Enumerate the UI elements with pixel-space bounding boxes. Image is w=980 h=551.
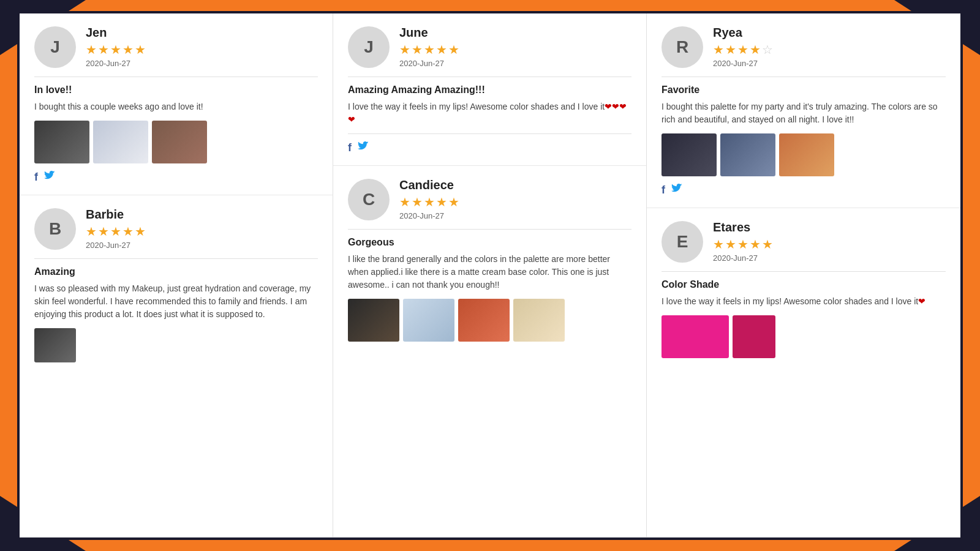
review-image-etares-1 <box>662 315 729 358</box>
star-3: ★ <box>110 42 121 57</box>
review-image-candiece-3 <box>458 299 510 342</box>
review-title-etares: Color Shade <box>662 279 946 290</box>
review-header-candiece: C Candiece ★ ★ ★ ★ ★ 2020-Jun-27 <box>348 178 631 220</box>
review-header-jen: J Jen ★ ★ ★ ★ ★ 2020-Jun-27 <box>34 26 318 68</box>
review-title-june: Amazing Amazing Amazing!!! <box>348 84 631 96</box>
avatar-ryea: R <box>662 26 703 68</box>
separator-ryea <box>662 77 946 77</box>
reviewer-info-june: June ★ ★ ★ ★ ★ 2020-Jun-27 <box>399 26 459 68</box>
star-2: ★ <box>725 42 736 57</box>
star-3: ★ <box>110 224 121 239</box>
facebook-link-june[interactable]: f <box>348 141 352 156</box>
review-date-candiece: 2020-Jun-27 <box>399 211 459 220</box>
star-3: ★ <box>737 42 748 57</box>
review-date-ryea: 2020-Jun-27 <box>713 59 773 68</box>
heart-1: ❤ <box>605 102 612 111</box>
reviewer-name-jen: Jen <box>86 26 146 40</box>
avatar-candiece: C <box>348 179 390 220</box>
avatar-june: J <box>348 26 390 68</box>
social-links-ryea: f <box>662 184 946 198</box>
reviews-grid: J Jen ★ ★ ★ ★ ★ 2020-Jun-27 In love!! I … <box>20 13 960 538</box>
review-title-jen: In love!! <box>34 84 318 96</box>
reviewer-name-ryea: Ryea <box>713 26 773 40</box>
star-5: ★ <box>762 237 773 252</box>
twitter-link-jen[interactable] <box>44 171 55 185</box>
review-jen: J Jen ★ ★ ★ ★ ★ 2020-Jun-27 In love!! I … <box>20 13 333 195</box>
star-1: ★ <box>399 195 410 209</box>
heart-3: ❤ <box>619 102 627 111</box>
star-1: ★ <box>713 237 724 252</box>
review-etares: E Etares ★ ★ ★ ★ ★ 2020-Jun-27 Color Sha… <box>647 208 960 538</box>
star-2: ★ <box>412 195 423 209</box>
star-5: ★ <box>448 42 459 57</box>
separator-june <box>348 77 631 77</box>
review-text-etares: I love the way it feels in my lips! Awes… <box>662 295 946 308</box>
heart-etares: ❤ <box>918 296 925 306</box>
review-barbie: B Barbie ★ ★ ★ ★ ★ 2020-Jun-27 Amazing I… <box>20 195 333 538</box>
stars-ryea: ★ ★ ★ ★ ☆ <box>713 42 773 57</box>
star-4: ★ <box>123 224 134 239</box>
review-header-ryea: R Ryea ★ ★ ★ ★ ☆ 2020-Jun-27 <box>662 26 946 68</box>
twitter-link-june[interactable] <box>358 141 369 156</box>
review-text-candiece: I like the brand generally and the color… <box>348 253 631 291</box>
heart-4: ❤ <box>348 114 355 124</box>
avatar-jen: J <box>34 26 76 68</box>
facebook-link-ryea[interactable]: f <box>662 184 665 198</box>
review-text-jen: I bought this a couple weeks ago and lov… <box>34 100 318 113</box>
avatar-barbie: B <box>34 208 76 250</box>
review-text-june: I love the way it feels in my lips! Awes… <box>348 100 631 126</box>
review-image-barbie-1 <box>34 328 76 362</box>
review-candiece: C Candiece ★ ★ ★ ★ ★ 2020-Jun-27 Gorgeou… <box>333 166 646 538</box>
right-accent <box>963 0 980 551</box>
reviewer-name-june: June <box>399 26 459 40</box>
review-text-ryea: I bought this palette for my party and i… <box>662 100 946 126</box>
social-links-june: f <box>348 141 631 156</box>
review-title-ryea: Favorite <box>662 84 946 96</box>
separator-candiece <box>348 229 631 230</box>
review-header-june: J June ★ ★ ★ ★ ★ 2020-Jun-27 <box>348 26 631 68</box>
stars-etares: ★ ★ ★ ★ ★ <box>713 237 773 252</box>
reviewer-name-barbie: Barbie <box>86 208 146 222</box>
separator-barbie <box>34 258 318 259</box>
star-4: ★ <box>436 42 447 57</box>
review-text-barbie: I was so pleased with my Makeup, just gr… <box>34 282 318 321</box>
column-2: J June ★ ★ ★ ★ ★ 2020-Jun-27 Amazing Ama… <box>333 13 647 538</box>
review-images-etares <box>662 315 946 358</box>
star-4: ★ <box>123 42 134 57</box>
review-image-ryea-1 <box>662 133 717 176</box>
twitter-link-ryea[interactable] <box>671 184 682 198</box>
facebook-link-jen[interactable]: f <box>34 171 38 185</box>
star-5: ★ <box>135 42 146 57</box>
review-date-june: 2020-Jun-27 <box>399 59 459 68</box>
separator-etares <box>662 271 946 272</box>
separator-june-2 <box>348 133 631 134</box>
star-1: ★ <box>713 42 724 57</box>
review-image-2 <box>93 121 148 163</box>
reviewer-info-candiece: Candiece ★ ★ ★ ★ ★ 2020-Jun-27 <box>399 178 459 220</box>
reviewer-info-barbie: Barbie ★ ★ ★ ★ ★ 2020-Jun-27 <box>86 208 146 250</box>
reviewer-info-etares: Etares ★ ★ ★ ★ ★ 2020-Jun-27 <box>713 220 773 263</box>
review-title-barbie: Amazing <box>34 266 318 277</box>
separator <box>34 77 318 77</box>
stars-candiece: ★ ★ ★ ★ ★ <box>399 195 459 209</box>
star-4: ★ <box>436 195 447 209</box>
twitter-icon-ryea <box>671 184 682 195</box>
twitter-icon-june <box>358 141 369 152</box>
review-image-candiece-1 <box>348 299 399 342</box>
star-2: ★ <box>98 42 109 57</box>
star-3: ★ <box>424 42 435 57</box>
reviewer-name-candiece: Candiece <box>399 178 459 192</box>
review-image-ryea-3 <box>779 133 834 176</box>
review-image-3 <box>152 121 207 163</box>
star-5: ★ <box>448 195 459 209</box>
star-2: ★ <box>412 42 423 57</box>
reviewer-name-etares: Etares <box>713 220 773 234</box>
review-images-jen <box>34 121 318 163</box>
review-images-ryea <box>662 133 946 176</box>
column-1: J Jen ★ ★ ★ ★ ★ 2020-Jun-27 In love!! I … <box>20 13 333 538</box>
review-images-candiece <box>348 299 631 342</box>
heart-2: ❤ <box>612 102 619 111</box>
stars-barbie: ★ ★ ★ ★ ★ <box>86 224 146 239</box>
review-date-etares: 2020-Jun-27 <box>713 253 773 263</box>
star-2: ★ <box>98 224 109 239</box>
